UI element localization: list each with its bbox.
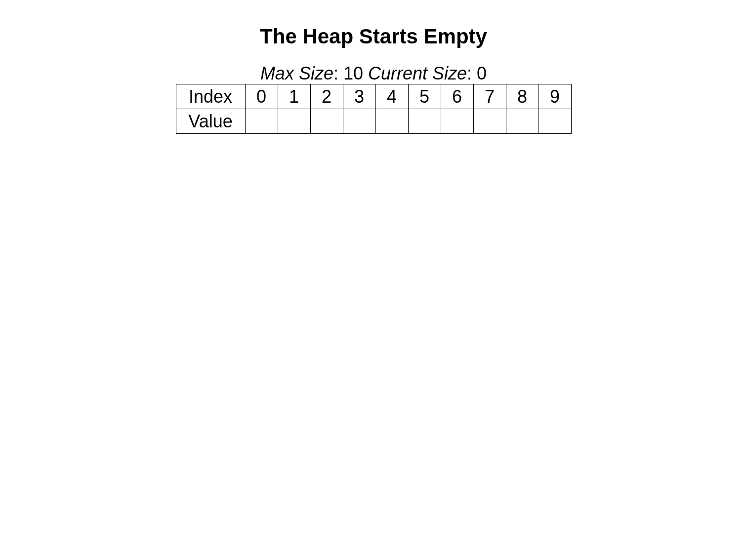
value-cell xyxy=(441,109,473,134)
value-cell xyxy=(506,109,539,134)
index-cell: 7 xyxy=(473,84,506,109)
index-cell: 2 xyxy=(310,84,343,109)
slide-content: The Heap Starts Empty Max Size: 10 Curre… xyxy=(0,0,747,134)
heap-array-table: Index 0 1 2 3 4 5 6 7 8 9 Value xyxy=(176,84,572,134)
value-row-label: Value xyxy=(176,109,245,134)
index-cell: 6 xyxy=(441,84,473,109)
max-size-label: Max Size xyxy=(260,63,333,83)
index-cell: 1 xyxy=(278,84,310,109)
value-row: Value xyxy=(176,109,571,134)
index-row: Index 0 1 2 3 4 5 6 7 8 9 xyxy=(176,84,571,109)
index-cell: 0 xyxy=(245,84,278,109)
colon-2: : xyxy=(467,63,477,83)
current-size-label: Current Size xyxy=(368,63,467,83)
value-cell xyxy=(310,109,343,134)
size-info-line: Max Size: 10 Current Size: 0 xyxy=(0,63,747,84)
index-cell: 8 xyxy=(506,84,539,109)
value-cell xyxy=(375,109,408,134)
max-size-value: 10 xyxy=(343,63,363,83)
value-cell xyxy=(473,109,506,134)
index-cell: 3 xyxy=(343,84,375,109)
index-cell: 5 xyxy=(408,84,441,109)
index-cell: 4 xyxy=(375,84,408,109)
slide-title: The Heap Starts Empty xyxy=(0,25,747,48)
spacer-1 xyxy=(363,63,368,83)
value-cell xyxy=(408,109,441,134)
value-cell xyxy=(278,109,310,134)
index-row-label: Index xyxy=(176,84,245,109)
colon-1: : xyxy=(333,63,343,83)
current-size-value: 0 xyxy=(477,63,487,83)
value-cell xyxy=(343,109,375,134)
value-cell xyxy=(539,109,571,134)
index-cell: 9 xyxy=(539,84,571,109)
value-cell xyxy=(245,109,278,134)
heap-table-container: Index 0 1 2 3 4 5 6 7 8 9 Value xyxy=(0,84,747,134)
